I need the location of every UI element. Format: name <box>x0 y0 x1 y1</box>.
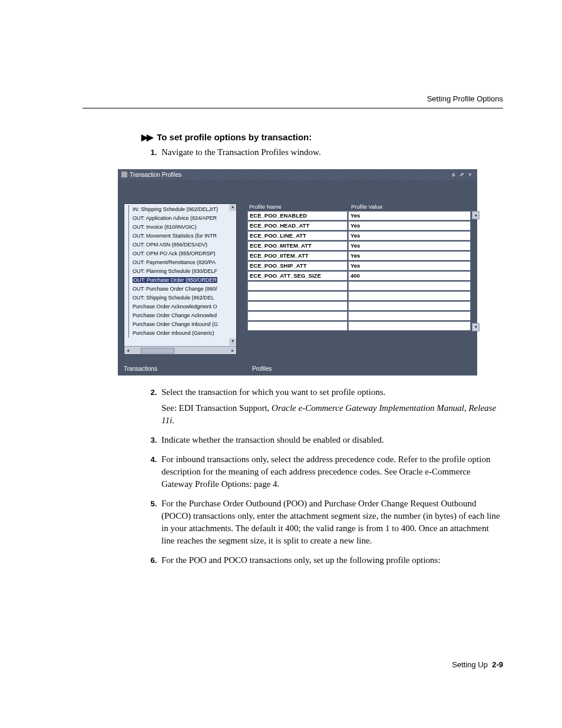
grid-row: ECE_POO_IITEM_ATTYes <box>247 251 471 261</box>
running-header: Setting Profile Options <box>82 94 503 103</box>
horizontal-scrollbar[interactable]: ◂ ▸ <box>124 347 236 354</box>
transactions-tree: ▴ IN: Shipping Schedule (862/DELJIT) OUT… <box>124 203 237 355</box>
cell-value[interactable]: Yes <box>348 261 471 271</box>
cell-value[interactable] <box>348 281 471 291</box>
grid-row <box>247 311 471 321</box>
grid-row: ECE_POO_ENABLEDYes <box>247 211 471 220</box>
grid-row <box>247 321 471 331</box>
minimize-icon[interactable]: ≤ <box>450 171 457 178</box>
step-6: For the POO and POCO transactions only, … <box>159 554 503 566</box>
heading-text: To set profile options by transaction: <box>157 132 312 142</box>
tree-item[interactable]: OUT: Shipping Schedule (862/DEL <box>128 294 236 302</box>
tree-item[interactable]: Purchase Order Acknowledgment O <box>128 302 236 311</box>
cell-value[interactable] <box>348 311 471 321</box>
tree-item[interactable]: Purchase Order Inbound (Generic) <box>128 329 236 338</box>
step-3: Indicate whether the transaction should … <box>159 434 503 446</box>
grid-row: ECE_POO_LINE_ATTYes <box>247 231 471 241</box>
grid-row: ECE_POO_HEAD_ATTYes <box>247 221 471 230</box>
tree-item[interactable]: OUT: Application Advice (824/APER <box>128 214 236 223</box>
grid-row: ECE_POO_ATT_SEG_SIZE400 <box>247 271 471 281</box>
cell-name[interactable]: ECE_POO_HEAD_ATT <box>247 221 348 230</box>
cell-name[interactable] <box>247 321 348 331</box>
cell-name[interactable]: ECE_POO_ENABLED <box>247 211 348 220</box>
step-1: Navigate to the Transaction Profiles win… <box>159 146 503 159</box>
window-icon <box>121 172 127 177</box>
grid-row <box>247 291 471 301</box>
scroll-down-icon[interactable]: ▾ <box>472 323 480 331</box>
cell-value[interactable]: Yes <box>348 211 471 220</box>
scroll-up-icon[interactable]: ▴ <box>472 211 480 219</box>
cell-value[interactable]: Yes <box>348 241 471 251</box>
tree-item[interactable]: IN: Shipping Schedule (862/DELJIT) <box>128 205 236 214</box>
tree-label: Transactions <box>124 365 252 372</box>
tree-item[interactable]: OUT: Planning Schedule (830/DELF <box>128 267 236 276</box>
page-footer: Setting Up 2-9 <box>452 660 503 669</box>
tree-item[interactable]: OUT: Purchase Order Change (860/ <box>128 285 236 294</box>
cell-name[interactable] <box>247 291 348 301</box>
col-header-profile-value: Profile Value <box>349 203 463 210</box>
procedure-heading: ▶▶ To set profile options by transaction… <box>141 132 503 143</box>
tree-item[interactable]: Purchase Order Change Inbound (G <box>128 320 236 329</box>
grid-row: ECE_POO_MITEM_ATTYes <box>247 241 471 251</box>
cell-value[interactable]: Yes <box>348 221 471 230</box>
cell-value[interactable]: Yes <box>348 231 471 241</box>
tree-item[interactable]: OUT: OPM ASN (856/DESADV) <box>128 241 236 249</box>
cell-value[interactable] <box>348 291 471 301</box>
window-titlebar: Transaction Profiles ≤ ⇗ × <box>118 169 477 180</box>
cell-name[interactable]: ECE_POO_SHIP_ATT <box>247 261 348 271</box>
cell-value[interactable] <box>348 321 471 331</box>
scroll-down-icon[interactable]: ▾ <box>229 338 236 345</box>
window-title: Transaction Profiles <box>130 172 181 178</box>
grid-row <box>247 301 471 311</box>
grid-headers: Profile Name Profile Value <box>247 203 471 211</box>
tree-item-selected[interactable]: OUT: Purchase Order (850/ORDER <box>128 276 236 285</box>
vertical-scrollbar[interactable]: ▴ ▾ <box>472 211 480 331</box>
cell-value[interactable] <box>348 301 471 311</box>
maximize-icon[interactable]: ⇗ <box>458 171 465 178</box>
grid-row <box>247 281 471 291</box>
header-rule <box>82 108 503 108</box>
cell-name[interactable] <box>247 281 348 291</box>
cell-name[interactable] <box>247 311 348 321</box>
cell-name[interactable] <box>247 301 348 311</box>
transaction-profiles-window: Transaction Profiles ≤ ⇗ × ▴ IN: Shippin… <box>118 169 477 375</box>
tree-item[interactable]: Purchase Order Change Acknowled <box>128 311 236 320</box>
tree-item[interactable]: OUT: Payment/Remittance (820/PA <box>128 258 236 267</box>
step-2: Select the transaction for which you wan… <box>159 386 503 427</box>
tree-item[interactable]: OUT: OPM PO Ack (855/ORDRSP) <box>128 249 236 258</box>
profiles-grid: ECE_POO_ENABLEDYes ECE_POO_HEAD_ATTYes E… <box>247 211 471 331</box>
tree-item[interactable]: OUT: Movement Statistics (for INTR <box>128 232 236 241</box>
cell-name[interactable]: ECE_POO_ATT_SEG_SIZE <box>247 271 348 281</box>
heading-arrows-icon: ▶▶ <box>141 132 152 143</box>
grid-row: ECE_POO_SHIP_ATTYes <box>247 261 471 271</box>
cell-name[interactable]: ECE_POO_LINE_ATT <box>247 231 348 241</box>
grid-label: Profiles <box>252 365 272 372</box>
close-icon[interactable]: × <box>467 171 474 178</box>
cell-value[interactable]: Yes <box>348 251 471 261</box>
cell-name[interactable]: ECE_POO_MITEM_ATT <box>247 241 348 251</box>
step-4: For inbound transactions only, select th… <box>159 453 503 490</box>
step-5: For the Purchase Order Outbound (POO) an… <box>159 498 503 547</box>
cell-name[interactable]: ECE_POO_IITEM_ATT <box>247 251 348 261</box>
tree-item[interactable]: OUT: Invoice (810/INVOIC) <box>128 223 236 232</box>
cell-value[interactable]: 400 <box>348 271 471 281</box>
col-header-profile-name: Profile Name <box>247 203 349 210</box>
